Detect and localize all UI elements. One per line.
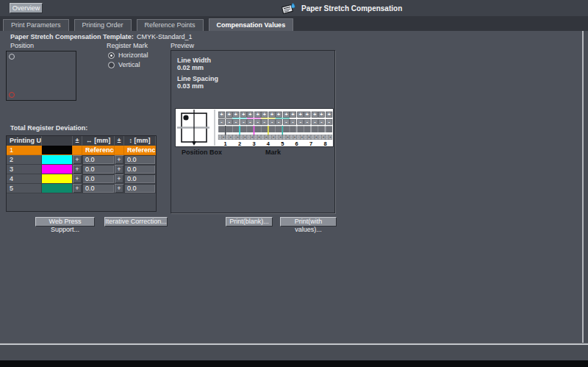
v-sign-cell[interactable]: + bbox=[115, 155, 124, 165]
position-box-caption: Position Box bbox=[182, 149, 222, 156]
svg-text:+: + bbox=[244, 135, 246, 139]
svg-text:+: + bbox=[237, 135, 239, 139]
tab-reference-points[interactable]: Reference Points bbox=[137, 19, 204, 31]
column-header: ↕ [mm] bbox=[124, 136, 156, 146]
line-spacing-value: 0.03 mm bbox=[177, 82, 204, 90]
v-sign-cell[interactable] bbox=[115, 146, 124, 155]
svg-text:+: + bbox=[315, 135, 318, 139]
tab-compensation-values[interactable]: Compensation Values bbox=[209, 18, 294, 31]
tab-bar: Print ParametersPrinting OrderReference … bbox=[0, 16, 588, 31]
svg-text:+: + bbox=[257, 112, 259, 117]
svg-text:+: + bbox=[301, 135, 304, 139]
overview-button[interactable]: Overview bbox=[10, 3, 43, 13]
tab-print-parameters[interactable]: Print Parameters bbox=[3, 19, 69, 31]
register-mark-label: Register Mark bbox=[107, 42, 148, 49]
deviation-row-unit-5[interactable]: 5+0.0+0.0 bbox=[7, 184, 156, 193]
v-deviation-field[interactable]: 0.0 bbox=[124, 165, 156, 174]
svg-text:1: 1 bbox=[224, 140, 227, 147]
svg-text:2: 2 bbox=[238, 140, 241, 147]
svg-text:+: + bbox=[223, 135, 225, 139]
svg-text:7: 7 bbox=[309, 140, 312, 147]
svg-text:+: + bbox=[270, 112, 273, 117]
register-mark-options: HorizontalVertical bbox=[108, 51, 148, 68]
h-sign-cell[interactable]: + bbox=[73, 165, 82, 174]
svg-text:+: + bbox=[279, 135, 282, 139]
v-sign-cell[interactable]: + bbox=[115, 184, 124, 193]
column-header: ± bbox=[73, 136, 82, 146]
v-deviation-field[interactable]: 0.0 bbox=[124, 184, 156, 193]
svg-text:+: + bbox=[228, 112, 231, 117]
print-with-values-button[interactable]: Print(with values)... bbox=[280, 217, 337, 227]
paper-stretch-icon bbox=[282, 2, 295, 15]
v-deviation-field[interactable]: 0.0 bbox=[124, 155, 156, 165]
svg-text:+: + bbox=[273, 135, 275, 139]
h-deviation-field[interactable]: 0.0 bbox=[82, 174, 115, 184]
radio-horizontal[interactable]: Horizontal bbox=[108, 51, 148, 59]
preview-label: Preview bbox=[171, 42, 194, 49]
h-deviation-field[interactable]: Reference bbox=[82, 146, 115, 155]
svg-text:+: + bbox=[287, 135, 289, 139]
column-header: Printing U... bbox=[7, 136, 42, 146]
ink-color-swatch bbox=[42, 146, 73, 155]
radio-label: Vertical bbox=[118, 61, 140, 68]
radio-label: Horizontal bbox=[118, 51, 148, 59]
line-width-label: Line Width bbox=[177, 57, 211, 64]
radio-vertical[interactable]: Vertical bbox=[108, 61, 148, 68]
svg-text:5: 5 bbox=[281, 140, 284, 147]
v-deviation-field[interactable]: Reference bbox=[124, 146, 156, 155]
title-group: Paper Stretch Compensation bbox=[282, 1, 402, 15]
svg-text:+: + bbox=[258, 135, 260, 139]
register-mark-preview: ++---+-+1++---+-+2++---+-+3++---+-+4++--… bbox=[175, 108, 334, 147]
h-deviation-field[interactable]: 0.0 bbox=[82, 165, 115, 174]
compensation-values-panel: Paper Stretch Compensation Template: CMY… bbox=[0, 31, 584, 343]
column-header: ↔ [mm] bbox=[82, 136, 115, 146]
web-press-support-button[interactable]: Web Press Support... bbox=[35, 217, 95, 227]
line-spacing-label: Line Spacing bbox=[177, 75, 218, 82]
svg-text:+: + bbox=[323, 135, 325, 139]
h-deviation-field[interactable]: 0.0 bbox=[82, 184, 115, 193]
h-deviation-field[interactable]: 0.0 bbox=[82, 155, 115, 165]
svg-text:+: + bbox=[308, 135, 310, 139]
svg-text:+: + bbox=[263, 112, 266, 117]
position-bottom-left-marker-selected[interactable] bbox=[9, 92, 15, 98]
svg-text:+: + bbox=[230, 135, 232, 139]
svg-text:+: + bbox=[306, 112, 309, 117]
column-header bbox=[42, 136, 73, 146]
h-sign-cell[interactable]: + bbox=[73, 184, 82, 193]
column-header: ± bbox=[115, 136, 124, 146]
deviation-row-unit-3[interactable]: 3+0.0+0.0 bbox=[7, 165, 156, 174]
bottom-strip bbox=[0, 360, 588, 367]
deviation-row-unit-4[interactable]: 4+0.0+0.0 bbox=[7, 174, 156, 184]
template-label: Paper Stretch Compensation Template: bbox=[10, 33, 134, 40]
h-sign-cell[interactable] bbox=[73, 146, 82, 155]
h-sign-cell[interactable]: + bbox=[73, 155, 82, 165]
v-sign-cell[interactable]: + bbox=[115, 165, 124, 174]
deviation-row-unit-1[interactable]: 1ReferenceReference bbox=[7, 146, 156, 155]
svg-text:+: + bbox=[328, 112, 331, 117]
ink-color-swatch bbox=[42, 184, 73, 193]
deviation-row-unit-2[interactable]: 2+0.0+0.0 bbox=[7, 155, 156, 165]
v-sign-cell[interactable]: + bbox=[115, 174, 124, 184]
print-blank-button[interactable]: Print(blank)... bbox=[226, 217, 273, 227]
printing-unit-cell: 4 bbox=[7, 174, 42, 184]
iterative-correction-button[interactable]: Iterative Correction... bbox=[104, 217, 168, 227]
radio-icon[interactable] bbox=[108, 52, 115, 59]
svg-text:+: + bbox=[320, 112, 323, 117]
position-top-left-marker[interactable] bbox=[9, 54, 15, 60]
svg-text:+: + bbox=[265, 135, 268, 139]
tab-printing-order[interactable]: Printing Order bbox=[74, 19, 132, 31]
printing-unit-cell: 5 bbox=[7, 184, 42, 193]
svg-text:+: + bbox=[329, 135, 331, 139]
mark-caption: Mark bbox=[265, 149, 281, 156]
position-selector[interactable] bbox=[6, 51, 76, 101]
h-sign-cell[interactable]: + bbox=[73, 174, 82, 184]
v-deviation-field[interactable]: 0.0 bbox=[124, 174, 156, 184]
line-width-value: 0.02 mm bbox=[177, 64, 204, 71]
svg-text:4: 4 bbox=[267, 140, 270, 147]
svg-text:+: + bbox=[220, 112, 223, 117]
radio-icon[interactable] bbox=[108, 62, 115, 68]
deviation-table-header: Printing U...±↔ [mm]±↕ [mm] bbox=[7, 136, 156, 146]
svg-text:+: + bbox=[242, 112, 245, 117]
paper-stretch-compensation-window: Overview Paper Stretch Compensation Prin… bbox=[0, 0, 588, 367]
svg-text:+: + bbox=[251, 135, 254, 139]
